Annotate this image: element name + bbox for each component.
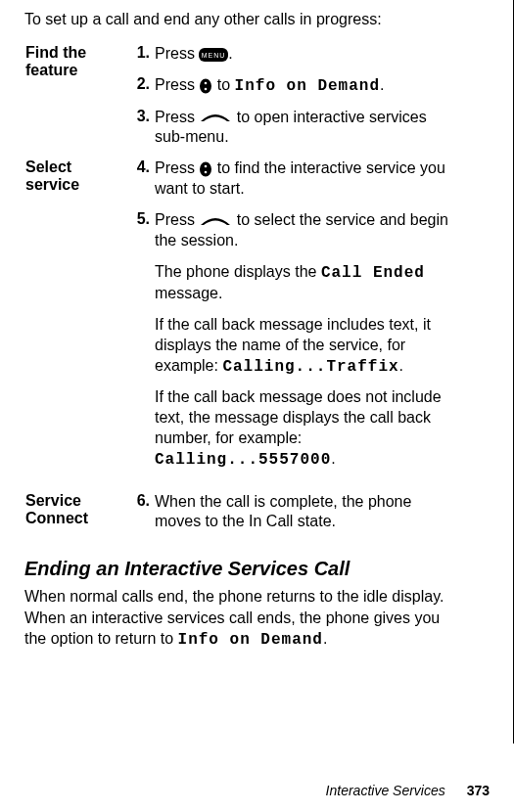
page: To set up a call and end any other calls…: [0, 0, 514, 812]
svg-point-7: [205, 171, 208, 174]
section-label: Select service: [24, 158, 125, 490]
step-desc: Press to Info on Demand.: [154, 74, 454, 107]
step-desc: Press to open interactive services sub-m…: [154, 107, 454, 158]
svg-point-3: [205, 81, 208, 84]
step-desc: Press to find the interactive service yo…: [154, 158, 454, 209]
mono-text: Info on Demand: [178, 631, 323, 649]
step-desc: When the call is complete, the phone mov…: [154, 491, 454, 543]
mono-text: Calling...Traffix: [222, 358, 398, 376]
section-heading: Ending an Interactive Services Call: [24, 558, 454, 580]
page-number: 373: [467, 783, 490, 798]
step-number: 2.: [125, 74, 154, 107]
section-label: Find the feature: [24, 43, 125, 158]
step-number: 3.: [125, 107, 154, 158]
step-extra: If the call back message includes text, …: [154, 314, 454, 386]
scroll-icon: [199, 78, 212, 94]
intro-text: To set up a call and end any other calls…: [24, 10, 454, 29]
svg-point-6: [205, 165, 208, 168]
mono-text: Calling...5557000: [155, 451, 331, 469]
svg-point-5: [200, 161, 211, 176]
steps-table: Find the feature 1. Press MENU. 2. Press…: [24, 43, 454, 542]
step-desc: Press MENU.: [154, 43, 454, 74]
step-number: 5.: [125, 209, 154, 314]
menu-icon: MENU: [199, 48, 228, 62]
table-row: Service Connect 6. When the call is comp…: [24, 491, 454, 543]
footer-title: Interactive Services: [326, 783, 445, 798]
step-extra: If the call back message does not includ…: [154, 386, 454, 479]
scroll-icon: [199, 161, 212, 177]
page-footer: Interactive Services 373: [326, 783, 490, 798]
table-row: Find the feature 1. Press MENU.: [24, 43, 454, 74]
svg-point-2: [200, 78, 211, 93]
content-area: To set up a call and end any other calls…: [0, 0, 514, 744]
send-icon: [199, 112, 232, 123]
step-number: 6.: [125, 491, 154, 543]
section-label: Service Connect: [24, 491, 125, 543]
ending-paragraph: When normal calls end, the phone returns…: [24, 586, 454, 652]
mono-text: Call Ended: [321, 264, 425, 282]
step-extra: The phone displays the Call Ended messag…: [155, 262, 453, 304]
step-desc: Press to select the service and begin th…: [154, 209, 454, 314]
send-icon: [199, 215, 232, 227]
step-number: 4.: [125, 158, 154, 209]
svg-point-4: [205, 87, 208, 90]
table-row: Select service 4. Press to find the inte…: [24, 158, 454, 209]
mono-text: Info on Demand: [235, 77, 380, 95]
step-number: 1.: [125, 43, 154, 74]
svg-text:MENU: MENU: [202, 52, 226, 59]
